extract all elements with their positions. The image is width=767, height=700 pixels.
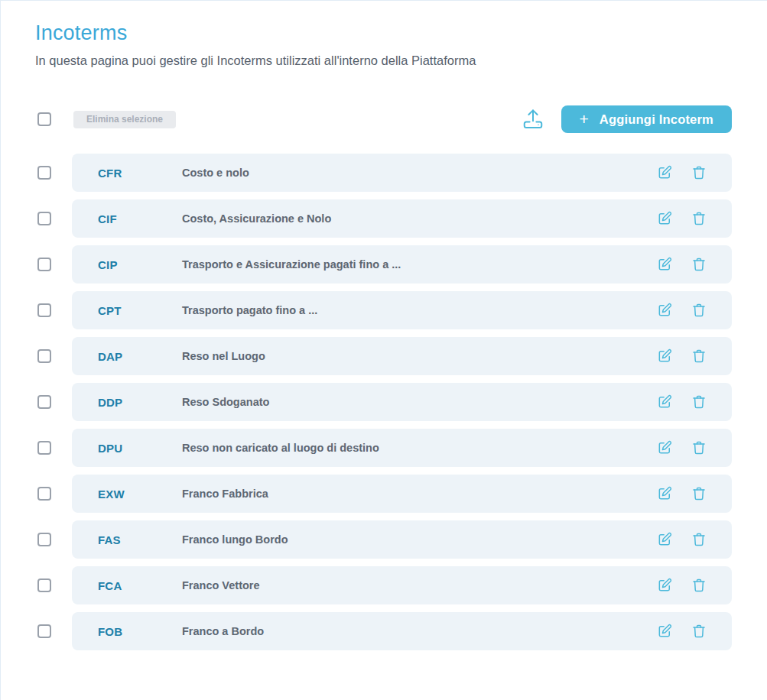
incoterm-row: EXW Franco Fabbrica (35, 475, 732, 513)
incoterm-row-card: CFR Costo e nolo (72, 154, 732, 192)
incoterms-page: Incoterms In questa pagina puoi gestire … (1, 1, 767, 650)
incoterm-row-card: FOB Franco a Bordo (72, 612, 732, 650)
row-actions (657, 532, 707, 547)
delete-button[interactable] (691, 303, 707, 318)
incoterm-description: Franco Fabbrica (182, 488, 657, 500)
edit-button[interactable] (657, 532, 672, 547)
delete-button[interactable] (691, 624, 707, 639)
trash-icon (691, 348, 707, 364)
delete-button[interactable] (691, 348, 707, 364)
row-actions (657, 211, 707, 226)
delete-button[interactable] (691, 578, 707, 593)
row-checkbox[interactable] (37, 578, 51, 592)
trash-icon (691, 211, 707, 226)
row-actions (657, 624, 707, 639)
incoterm-row: FAS Franco lungo Bordo (35, 520, 732, 559)
edit-button[interactable] (657, 257, 672, 272)
incoterm-code: DPU (98, 442, 182, 455)
delete-button[interactable] (691, 532, 707, 547)
delete-button[interactable] (691, 211, 707, 226)
edit-button[interactable] (657, 394, 672, 410)
edit-icon (657, 303, 672, 318)
incoterm-row-card: DPU Reso non caricato al luogo di destin… (72, 429, 732, 467)
row-checkbox[interactable] (37, 303, 51, 317)
incoterm-code: FCA (98, 579, 182, 592)
incoterm-row: FCA Franco Vettore (35, 566, 732, 604)
row-checkbox[interactable] (37, 166, 51, 180)
row-actions (657, 303, 707, 318)
incoterm-row: CPT Trasporto pagato fino a ... (35, 291, 732, 329)
row-actions (657, 165, 707, 180)
incoterm-row: FOB Franco a Bordo (35, 612, 732, 650)
trash-icon (691, 303, 707, 318)
row-actions (657, 440, 707, 455)
edit-button[interactable] (657, 486, 672, 501)
trash-icon (691, 394, 707, 410)
trash-icon (691, 440, 707, 455)
trash-icon (691, 578, 707, 593)
row-checkbox[interactable] (37, 624, 51, 638)
edit-icon (657, 532, 672, 547)
delete-selection-button[interactable]: Elimina selezione (73, 111, 176, 128)
add-incoterm-button[interactable]: + Aggiungi Incoterm (561, 105, 732, 133)
edit-button[interactable] (657, 348, 672, 364)
row-checkbox[interactable] (37, 258, 51, 271)
row-checkbox[interactable] (37, 441, 51, 455)
incoterm-row-card: EXW Franco Fabbrica (72, 475, 732, 513)
edit-button[interactable] (657, 624, 672, 639)
incoterm-code: FAS (98, 533, 182, 546)
edit-icon (657, 486, 672, 501)
edit-icon (657, 257, 672, 272)
row-actions (657, 348, 707, 364)
incoterm-code: EXW (98, 488, 182, 501)
incoterm-row-card: DDP Reso Sdoganato (72, 383, 732, 421)
row-checkbox[interactable] (37, 487, 51, 501)
trash-icon (691, 624, 707, 639)
incoterm-description: Reso Sdoganato (182, 396, 657, 408)
edit-icon (657, 624, 672, 639)
incoterm-code: CPT (98, 304, 182, 317)
trash-icon (691, 532, 707, 547)
edit-button[interactable] (657, 440, 672, 455)
trash-icon (691, 165, 707, 180)
edit-icon (657, 578, 672, 593)
delete-button[interactable] (691, 486, 707, 501)
edit-button[interactable] (657, 578, 672, 593)
incoterm-description: Franco a Bordo (182, 625, 657, 637)
edit-icon (657, 211, 672, 226)
incoterm-row: DDP Reso Sdoganato (35, 383, 732, 421)
delete-button[interactable] (691, 394, 707, 410)
delete-button[interactable] (691, 165, 707, 180)
select-all-checkbox[interactable] (37, 112, 51, 126)
incoterm-description: Franco lungo Bordo (182, 533, 657, 546)
incoterm-row-card: CPT Trasporto pagato fino a ... (72, 291, 732, 329)
edit-icon (657, 348, 672, 364)
incoterm-row-card: CIP Trasporto e Assicurazione pagati fin… (72, 245, 732, 284)
delete-button[interactable] (691, 440, 707, 455)
incoterm-description: Franco Vettore (182, 579, 657, 591)
incoterm-code: CIF (98, 212, 182, 225)
page-title: Incoterms (35, 21, 732, 45)
incoterm-row-card: DAP Reso nel Luogo (72, 337, 732, 375)
incoterm-row: CFR Costo e nolo (35, 154, 732, 192)
incoterm-row-card: CIF Costo, Assicurazione e Nolo (72, 199, 732, 238)
delete-button[interactable] (691, 257, 707, 272)
incoterm-row: DAP Reso nel Luogo (35, 337, 732, 375)
edit-button[interactable] (657, 303, 672, 318)
upload-button[interactable] (522, 106, 544, 133)
incoterm-description: Trasporto e Assicurazione pagati fino a … (182, 258, 657, 271)
upload-icon (522, 106, 544, 133)
row-actions (657, 578, 707, 593)
incoterm-description: Reso nel Luogo (182, 350, 657, 362)
incoterm-description: Costo e nolo (182, 167, 657, 179)
row-checkbox[interactable] (37, 212, 51, 225)
row-checkbox[interactable] (37, 395, 51, 409)
incoterm-row: DPU Reso non caricato al luogo di destin… (35, 429, 732, 467)
row-checkbox[interactable] (37, 349, 51, 363)
edit-icon (657, 394, 672, 410)
plus-icon: + (580, 111, 589, 127)
edit-button[interactable] (657, 165, 672, 180)
edit-button[interactable] (657, 211, 672, 226)
row-checkbox[interactable] (37, 533, 51, 546)
trash-icon (691, 486, 707, 501)
